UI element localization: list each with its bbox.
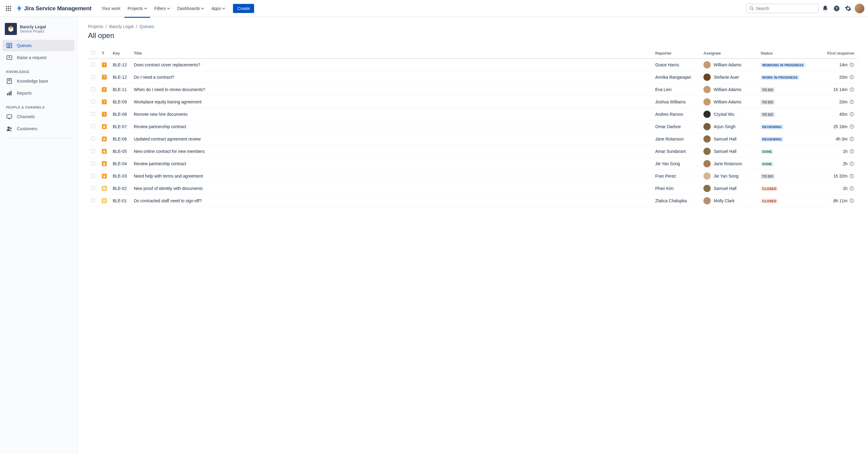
row-checkbox[interactable]: [91, 112, 95, 116]
help-button[interactable]: ?: [832, 4, 841, 13]
assignee-cell[interactable]: Crystal Wu: [704, 111, 755, 118]
status-badge[interactable]: CLOSED: [761, 199, 778, 204]
settings-button[interactable]: [843, 4, 853, 13]
assignee-cell[interactable]: Molly Clark: [704, 197, 755, 204]
column-status[interactable]: Status: [758, 48, 818, 59]
table-row[interactable]: ? BLE-08 Remote new hire documents Andre…: [88, 108, 857, 121]
column-reporter[interactable]: Reporter: [652, 48, 701, 59]
column-title[interactable]: Title: [131, 48, 652, 59]
status-badge[interactable]: TO DO: [761, 87, 775, 92]
table-row[interactable]: BLE-04 Review partnership contract Jie Y…: [88, 158, 857, 170]
issue-key[interactable]: BLE-02: [110, 182, 131, 195]
table-row[interactable]: BLE-07 Review partnership contract Omar …: [88, 121, 857, 133]
user-avatar[interactable]: [855, 4, 864, 13]
assignee-cell[interactable]: Jie Yan Song: [704, 173, 755, 180]
issue-title[interactable]: Updated contract agreement review: [131, 133, 652, 145]
assignee-cell[interactable]: Samuel Hall: [704, 135, 755, 143]
column-type[interactable]: T: [99, 48, 110, 59]
project-header[interactable]: Bancly Legal Service Project: [2, 23, 74, 40]
issue-title[interactable]: Remote new hire documents: [131, 108, 652, 121]
notifications-button[interactable]: [820, 4, 830, 13]
issue-title[interactable]: Does contract cover replacements?: [131, 59, 652, 71]
issue-key[interactable]: BLE-12: [110, 71, 131, 84]
row-checkbox[interactable]: [91, 75, 95, 79]
row-checkbox[interactable]: [91, 62, 95, 67]
app-switcher-button[interactable]: [4, 4, 13, 13]
row-checkbox[interactable]: [91, 149, 95, 153]
table-row[interactable]: BLE-02 New proof of identity with docume…: [88, 182, 857, 195]
table-row[interactable]: BLE-06 Updated contract agreement review…: [88, 133, 857, 145]
status-badge[interactable]: CLOSED: [761, 186, 778, 191]
issue-key[interactable]: BLE-11: [110, 84, 131, 96]
issue-title[interactable]: New online contract for new members: [131, 145, 652, 158]
nav-your-work[interactable]: Your work: [99, 4, 124, 13]
assignee-cell[interactable]: William Adams: [704, 98, 755, 105]
row-checkbox[interactable]: [91, 87, 95, 91]
issue-key[interactable]: BLE-03: [110, 170, 131, 182]
table-row[interactable]: BLE-03 Need help with terms and agreemen…: [88, 170, 857, 182]
status-badge[interactable]: TO DO: [761, 174, 775, 179]
status-badge[interactable]: WORK IN PROGRESS: [761, 75, 799, 80]
status-badge[interactable]: DONE: [761, 161, 774, 167]
table-row[interactable]: ? BLE-12 Do I need a contract? Annika Ra…: [88, 71, 857, 84]
issue-key[interactable]: BLE-05: [110, 145, 131, 158]
table-row[interactable]: ? BLE-09 Workplace equity traning agreem…: [88, 96, 857, 108]
status-badge[interactable]: WORKING IN PROGRESS: [761, 63, 805, 67]
nav-filters[interactable]: Filters: [151, 4, 173, 13]
row-checkbox[interactable]: [91, 124, 95, 128]
sidebar-item-raise-request[interactable]: Raise a request: [2, 52, 74, 63]
status-badge[interactable]: REVIEWING: [761, 137, 783, 142]
status-badge[interactable]: REVIEWING: [761, 124, 783, 129]
row-checkbox[interactable]: [91, 174, 95, 178]
select-all-checkbox[interactable]: [91, 51, 95, 55]
table-row[interactable]: ? BLE-12 Does contract cover replacement…: [88, 59, 857, 71]
nav-dashboards[interactable]: Dashboards: [174, 4, 207, 13]
column-key[interactable]: Key: [110, 48, 131, 59]
breadcrumb-queues[interactable]: Queues: [140, 24, 154, 29]
row-checkbox[interactable]: [91, 186, 95, 190]
assignee-cell[interactable]: Arjun Singh: [704, 123, 755, 130]
issue-key[interactable]: BLE-12: [110, 59, 131, 71]
assignee-cell[interactable]: Jane Rotanson: [704, 160, 755, 167]
sidebar-item-queues[interactable]: Queues: [2, 40, 74, 51]
row-checkbox[interactable]: [91, 161, 95, 165]
row-checkbox[interactable]: [91, 199, 95, 203]
issue-title[interactable]: Do I need a contract?: [131, 71, 652, 84]
sidebar-item-knowledge-base[interactable]: Knowledge base: [2, 75, 74, 87]
breadcrumb-project[interactable]: Bancly Legal: [109, 24, 133, 29]
breadcrumb-projects[interactable]: Projects: [88, 24, 103, 29]
assignee-cell[interactable]: Stefanie Auer: [704, 73, 755, 81]
sidebar-item-reports[interactable]: Reports: [2, 87, 74, 99]
issue-key[interactable]: BLE-08: [110, 108, 131, 121]
status-badge[interactable]: TO DO: [761, 100, 775, 104]
issue-title[interactable]: Need help with terms and agreement: [131, 170, 652, 182]
issue-title[interactable]: New proof of identity with documents: [131, 182, 652, 195]
search-input[interactable]: [756, 6, 815, 11]
issue-title[interactable]: Review partnership contract: [131, 158, 652, 170]
issue-title[interactable]: When do I need to renew documents?: [131, 84, 652, 96]
assignee-cell[interactable]: Samuel Hall: [704, 148, 755, 155]
sidebar-item-customers[interactable]: Customers: [2, 123, 74, 134]
status-badge[interactable]: TO DO: [761, 112, 775, 117]
row-checkbox[interactable]: [91, 99, 95, 104]
nav-projects[interactable]: Projects: [124, 4, 150, 13]
sidebar-item-channels[interactable]: Channels: [2, 111, 74, 122]
issue-key[interactable]: BLE-09: [110, 96, 131, 108]
column-first-response[interactable]: First response: [818, 48, 857, 59]
create-button[interactable]: Create: [233, 4, 254, 13]
status-badge[interactable]: DONE: [761, 149, 774, 154]
product-logo[interactable]: Jira Service Management: [14, 5, 93, 12]
assignee-cell[interactable]: William Adams: [704, 61, 755, 68]
issue-key[interactable]: BLE-04: [110, 158, 131, 170]
issue-key[interactable]: BLE-06: [110, 133, 131, 145]
assignee-cell[interactable]: Samuel Hall: [704, 185, 755, 192]
issue-title[interactable]: Review partnership contract: [131, 121, 652, 133]
issue-title[interactable]: Do contracted staff need to sign-off?: [131, 195, 652, 207]
row-checkbox[interactable]: [91, 137, 95, 141]
table-row[interactable]: ? BLE-11 When do I need to renew documen…: [88, 84, 857, 96]
issue-key[interactable]: BLE-01: [110, 195, 131, 207]
issue-key[interactable]: BLE-07: [110, 121, 131, 133]
nav-apps[interactable]: Apps: [208, 4, 228, 13]
search-box[interactable]: [746, 4, 818, 13]
table-row[interactable]: BLE-01 Do contracted staff need to sign-…: [88, 195, 857, 207]
